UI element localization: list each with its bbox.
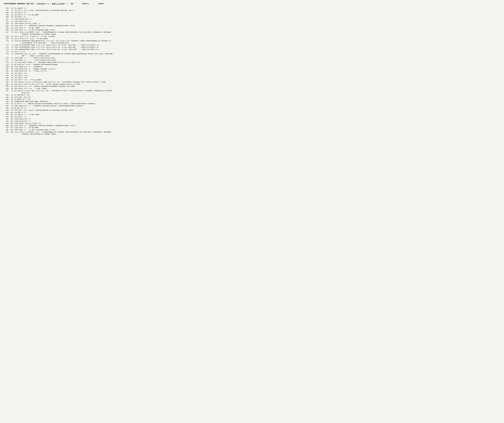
row-num1: 294 bbox=[4, 98, 10, 100]
row-num2: 73 bbox=[10, 48, 14, 51]
table-row: 309109U12-2-6(А1.1,1)#ТЧНП3' 0,14' ' ТРУ… bbox=[4, 131, 500, 135]
row-text: Е13-121(А5.1,2)(А1.1,1)#ТЧ,НП,3.5НП3,8#Т… bbox=[14, 81, 500, 83]
row-num1: 274 bbox=[4, 51, 10, 53]
separator: ♦ bbox=[66, 3, 67, 5]
row-text: С130-2250(=13)' 3• bbox=[14, 118, 500, 120]
row-text: С130-2305(=13)' 6' ' СТОИМОСТЬ• bbox=[14, 66, 500, 68]
row-num1: 292 bbox=[4, 94, 10, 96]
row-num2: 70 bbox=[10, 40, 14, 42]
row-num1: 301 bbox=[4, 114, 10, 116]
row-num2: 95 bbox=[10, 101, 14, 103]
row-text: С159-3321#КОРРИПО ТОЛЩ' 0,15,1,04' 615,8… bbox=[14, 44, 500, 46]
row-num2: 57 bbox=[10, 10, 14, 12]
row-text: U12-802-3' 3• bbox=[14, 12, 500, 14]
row-num1: 267 bbox=[4, 31, 10, 33]
row-num1: 263 bbox=[4, 23, 10, 25]
row-num2: 42 bbox=[10, 20, 14, 23]
row-text: U12-2-6(А1.1,1)#ТЧНП3' 0,14' ' ТРУБОПРОВ… bbox=[14, 131, 500, 135]
year: 19203 bbox=[98, 3, 104, 5]
row-num2: 84 bbox=[10, 74, 14, 77]
row-num2: 72 bbox=[10, 46, 14, 48]
row-num1: 295 bbox=[4, 101, 10, 103]
table-row: 26868U12-2-7(41.1,1)' 0,15+0,17' ' ТО ЖЕ… bbox=[4, 36, 500, 38]
row-num1: 307 bbox=[4, 127, 10, 129]
row-num2: 87 bbox=[10, 81, 14, 83]
row-num1: 269 bbox=[4, 38, 10, 40]
row-num2: 101 bbox=[10, 114, 14, 116]
table-row: 29191Е1-962(А5.1,1)#Т,4,ВП,3.73#Т,78-8' … bbox=[4, 90, 500, 94]
row-text: U12-802-3' 3• bbox=[14, 112, 500, 114]
table-row: 26242C130-2291(=13)' 3• bbox=[4, 20, 500, 23]
table-row: 301101U12-803-3' 3' ( ТО ЖЕ, 80ММ• bbox=[4, 114, 500, 116]
table-row: 29999СТ7(=10)' 21,3' 0,033' ЭЛЕКТРОЭНЕРГ… bbox=[4, 109, 500, 111]
row-num1: 303 bbox=[4, 118, 10, 120]
row-num1: 283 bbox=[4, 72, 10, 74]
row-num2: 106 bbox=[10, 125, 14, 127]
row-num1: 280 bbox=[4, 66, 10, 68]
row-num1: 298 bbox=[4, 107, 10, 109]
table-row: 27171С159-3321#КОРРИПО ТОЛЩ' 0,15,1,04' … bbox=[4, 44, 500, 46]
content: 25656U6-481019' 3•25757СТ7(=10)' 21,3' 0… bbox=[4, 7, 500, 135]
row-num1: 308 bbox=[4, 129, 10, 131]
table-row: 28989Е22-165#Т,11-3' 16' ' ВЕСЬМА УСИЛЕН… bbox=[4, 85, 500, 87]
row-text: С159-1376' 3' ' КОМПЛЕКТЫ ОТВЕТНЫХ ФЛАНЦ… bbox=[14, 125, 500, 127]
row-text: С159-1376' 3' ' ТО ЖЕ, 80ММ• bbox=[14, 27, 500, 29]
row-num2: 103 bbox=[10, 118, 14, 120]
table-row: 29595РАОДОПРОВОА ОБОРОТНОЙ ВОДЫ, ОБРАТНА… bbox=[4, 101, 500, 103]
row-num2: 68 bbox=[10, 36, 14, 38]
row-num2: 88 bbox=[10, 83, 14, 85]
table-row: 29696Ц7-281-9' 3' ' МОНТАЖ НАСОСОВ ЦЕНТР… bbox=[4, 103, 500, 105]
row-num2: 56 bbox=[10, 7, 14, 9]
row-num2: 77 bbox=[10, 59, 14, 61]
table-row: 28181С130-2368(=13)' 3' ' ФЛАНЦЫ СТАЛЬНЫ… bbox=[4, 68, 500, 70]
table-row: 28080С130-2305(=13)' 6' ' СТОИМОСТЬ• bbox=[4, 66, 500, 68]
row-num1: 306 bbox=[4, 125, 10, 127]
row-num2: 75 bbox=[10, 53, 14, 55]
row-num2: 79 bbox=[10, 64, 14, 66]
row-text: U12-803-2' 3• bbox=[14, 116, 500, 118]
row-num1: 282 bbox=[4, 70, 10, 72]
row-text: Е22-165#Т,11-3' 16' ' ВЕСЬМА УСИЛЕННАЯ И… bbox=[14, 85, 500, 87]
row-text: С159-1376' 3' ' ТО ЖЕ,80ММ• bbox=[14, 127, 500, 129]
row-num2: 97 bbox=[10, 105, 14, 107]
table-row: 25858U12-802-3' 3• bbox=[4, 12, 500, 14]
table-row: 28484U12-758-2' 0,5• bbox=[4, 74, 500, 77]
row-num1: 284 bbox=[4, 74, 10, 77]
table-row: 306106С159-1376' 3' ' КОМПЛЕКТЫ ОТВЕТНЫХ… bbox=[4, 125, 500, 127]
row-num1: 272 bbox=[4, 46, 10, 48]
row-text: Е1-968#Т,81-2' 40• bbox=[14, 98, 500, 100]
table-row: 29090Е22-167#Т,11-5' 0,5' ' ТО ЖЕ, 150ММ… bbox=[4, 88, 500, 90]
row-num1: 276 bbox=[4, 57, 10, 59]
row-num2: 107 bbox=[10, 127, 14, 129]
row-num2: 90 bbox=[10, 88, 14, 90]
row-text: C130-22950(=13)' 3• bbox=[14, 18, 500, 20]
table-row: 307107С159-1376' 3' ' ТО ЖЕ,80ММ• bbox=[4, 127, 500, 129]
row-text: C130-2291(=13)' 3• bbox=[14, 20, 500, 23]
row-num2: 86 bbox=[10, 79, 14, 81]
row-text: U12-1-1' 11• bbox=[14, 51, 500, 53]
row-text: U12-2-6(А1.1,1)#ТЧМП3' 0,04' ' ТРУБОПРОВ… bbox=[14, 31, 500, 35]
row-text: Ц7-281-9' 3' ' МОНТАЖ НАСОСОВ ЦЕНТРОБЕЖН… bbox=[14, 103, 500, 105]
row-num1: 260 bbox=[4, 16, 10, 18]
row-num1: 262 bbox=[4, 20, 10, 23]
row-num1: 288 bbox=[4, 83, 10, 85]
row-text: С130-2251(=13)' 3• bbox=[14, 120, 500, 122]
row-num2: 65 bbox=[10, 27, 14, 29]
row-text: U12-802-5' 3' ( ТО ЖЕ,60ММ• bbox=[14, 14, 500, 16]
table-row: 26767U12-2-6(А1.1,1)#ТЧМП3' 0,04' ' ТРУБ… bbox=[4, 31, 500, 35]
table-row: 26060U18-803-2' 3• bbox=[4, 16, 500, 18]
table-row: 27474U12-1-1' 11• bbox=[4, 51, 500, 53]
table-row: 28787Е13-121(А5.1,2)(А1.1,1)#ТЧ,НП,3.5НП… bbox=[4, 81, 500, 83]
row-num2: 41 bbox=[10, 18, 14, 20]
row-num2: 91 bbox=[10, 90, 14, 92]
row-text: Е9-1534(=6)' 0,01' ' ОПОРНЫЕ МЕТАЛЛОКОНС… bbox=[14, 64, 500, 66]
table-row: 27676С139-3859' 1' '' ' ' 10726,0,002/10… bbox=[4, 57, 500, 59]
row-num2: 76 bbox=[10, 57, 14, 59]
row-text: С159-1376' 3' ' КОМПЛЕКТЫ ОТВЕТНЫХ ФЛАНЦ… bbox=[14, 25, 500, 27]
table-row: 28585U12-758-3' 40• bbox=[4, 77, 500, 79]
table-row: 26666С159-1390' 3' ( ТО ЖЕ,К КЛАПАНАМ-50… bbox=[4, 29, 500, 31]
row-num1: 293 bbox=[4, 96, 10, 98]
row-num1: 278 bbox=[4, 61, 10, 64]
row-num2: 71 bbox=[10, 44, 14, 46]
table-row: 302102U12-803-2' 3• bbox=[4, 116, 500, 118]
